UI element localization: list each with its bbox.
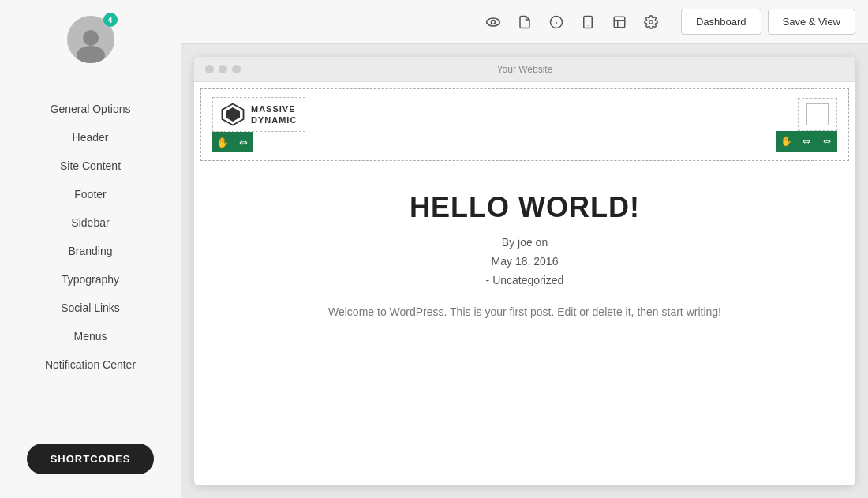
website-header: MASSIVE DYNAMIC ✋ ⇔ bbox=[200, 88, 849, 161]
dashboard-button[interactable]: Dashboard bbox=[681, 9, 761, 35]
header-right-area bbox=[798, 98, 837, 131]
blog-excerpt: Welcome to WordPress. This is your first… bbox=[226, 305, 824, 318]
logo-text: MASSIVE DYNAMIC bbox=[251, 103, 297, 126]
sidebar-item-menus[interactable]: Menus bbox=[0, 322, 181, 350]
notification-badge: 4 bbox=[103, 13, 118, 27]
svg-marker-14 bbox=[226, 107, 240, 122]
browser-title: Your Website bbox=[497, 64, 553, 75]
svg-rect-7 bbox=[584, 16, 593, 28]
browser-wrap: Your Website MASSIVE DYNAMIC bbox=[181, 44, 868, 498]
sidebar-item-general-options[interactable]: General Options bbox=[0, 95, 181, 123]
shortcodes-button[interactable]: SHORTCODES bbox=[27, 444, 155, 474]
toolbar-icons bbox=[479, 8, 665, 36]
page-icon[interactable] bbox=[605, 8, 634, 36]
sidebar-item-header[interactable]: Header bbox=[0, 123, 181, 152]
browser-dot-1 bbox=[205, 65, 214, 73]
browser-dot-2 bbox=[219, 65, 227, 73]
logo-svg bbox=[221, 103, 245, 126]
logo-area: MASSIVE DYNAMIC bbox=[212, 97, 305, 132]
header-move-btn[interactable]: ✋ bbox=[776, 131, 796, 152]
header-empty-box bbox=[806, 103, 829, 125]
eye-icon[interactable] bbox=[479, 8, 507, 36]
sidebar: 4 General OptionsHeaderSite ContentFoote… bbox=[0, 0, 181, 498]
sidebar-item-footer[interactable]: Footer bbox=[0, 180, 181, 208]
sidebar-item-sidebar-item[interactable]: Sidebar bbox=[0, 208, 181, 237]
browser-dot-3 bbox=[232, 65, 241, 73]
tablet-icon[interactable] bbox=[574, 8, 602, 36]
browser-body[interactable]: MASSIVE DYNAMIC ✋ ⇔ bbox=[194, 82, 855, 485]
header-right-btns: ✋ ⇔ ⇔ bbox=[776, 131, 837, 152]
main-content: Dashboard Save & View Your Website bbox=[181, 0, 868, 498]
sidebar-item-branding[interactable]: Branding bbox=[0, 237, 181, 265]
svg-point-0 bbox=[83, 30, 99, 46]
settings-icon[interactable] bbox=[637, 8, 665, 36]
blog-content: HELLO WORLD! By joe on May 18, 2016 - Un… bbox=[194, 167, 855, 342]
logo-resize-btn[interactable]: ⇔ bbox=[233, 132, 253, 152]
nav-menu: General OptionsHeaderSite ContentFooterS… bbox=[0, 95, 181, 379]
logo-move-btn[interactable]: ✋ bbox=[212, 132, 233, 152]
info-icon[interactable] bbox=[542, 8, 571, 36]
sidebar-item-site-content[interactable]: Site Content bbox=[0, 152, 181, 180]
svg-point-12 bbox=[649, 20, 653, 24]
save-view-button[interactable]: Save & View bbox=[768, 9, 855, 35]
svg-point-3 bbox=[491, 20, 495, 24]
header-expand-btn[interactable]: ⇔ bbox=[817, 131, 837, 152]
logo-overlay-buttons: ✋ ⇔ bbox=[212, 132, 253, 152]
svg-point-1 bbox=[77, 46, 105, 63]
svg-rect-9 bbox=[614, 17, 625, 28]
header-resize-btn[interactable]: ⇔ bbox=[796, 131, 817, 152]
browser-titlebar: Your Website bbox=[194, 57, 855, 82]
avatar-wrap: 4 bbox=[67, 16, 114, 63]
sidebar-item-typography[interactable]: Typography bbox=[0, 265, 181, 294]
svg-point-2 bbox=[487, 18, 500, 26]
file-icon[interactable] bbox=[511, 8, 539, 36]
blog-title: HELLO WORLD! bbox=[226, 191, 824, 224]
browser-window: Your Website MASSIVE DYNAMIC bbox=[194, 57, 855, 485]
sidebar-item-notification-center[interactable]: Notification Center bbox=[0, 350, 181, 379]
toolbar: Dashboard Save & View bbox=[181, 0, 868, 44]
sidebar-item-social-links[interactable]: Social Links bbox=[0, 294, 181, 322]
blog-meta: By joe on May 18, 2016 - Uncategorized bbox=[226, 234, 824, 290]
